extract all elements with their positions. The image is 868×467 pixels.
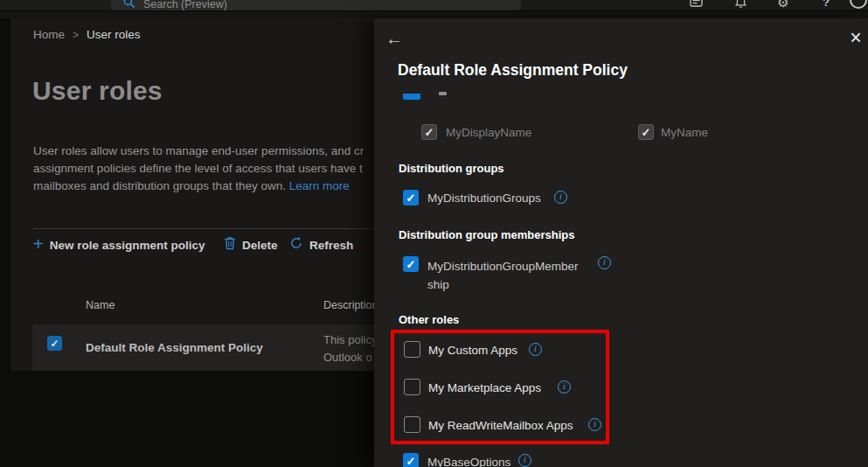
trash-icon [224,236,236,254]
refresh-icon [289,236,303,254]
search-input[interactable]: Search (Preview) [111,0,521,10]
close-icon[interactable] [844,27,867,50]
section-heading-other-roles: Other roles [399,313,459,326]
info-icon[interactable] [588,418,601,431]
my-readwritemailbox-apps-checkbox[interactable] [404,416,420,433]
column-header-name: Name [86,299,115,311]
breadcrumb-home-link[interactable]: Home [33,28,65,41]
myname-checkbox[interactable] [638,124,654,140]
my-readwritemailbox-apps-label[interactable]: My ReadWriteMailbox Apps [428,419,573,432]
settings-gear-icon[interactable]: ⚙ [775,0,791,10]
toolbar-divider [33,228,374,229]
my-marketplace-apps-checkbox[interactable] [404,379,420,395]
delete-button[interactable]: Delete [224,235,278,254]
description-line: assignment policies define the level of … [33,160,374,178]
flyout-title: Default Role Assignment Policy [398,61,628,80]
mydistributiongroupmembership-label[interactable]: MyDistributionGroupMembership [427,257,579,294]
my-custom-apps-label[interactable]: My Custom Apps [428,344,517,357]
myname-label[interactable]: MyName [661,126,708,139]
breadcrumb-separator: > [73,29,79,41]
my-marketplace-apps-label[interactable]: My Marketplace Apps [428,381,541,394]
back-arrow-button[interactable] [383,27,406,50]
description-line: mailboxes and distribution groups that t… [33,178,374,195]
feedback-icon[interactable] [688,0,704,10]
mydisplayname-label[interactable]: MyDisplayName [446,126,531,139]
mybaseoptions-checkbox[interactable] [403,453,419,467]
info-icon[interactable] [558,380,571,394]
mydistributiongroups-label[interactable]: MyDistributionGroups [427,192,541,205]
role-assignment-policy-flyout: Default Role Assignment Policy MyDisplay… [374,18,868,467]
breadcrumb-current: User roles [87,28,141,41]
mydisplayname-checkbox[interactable] [421,124,437,140]
description-line: User roles allow users to manage end-use… [33,143,374,160]
learn-more-link[interactable]: Learn more [289,179,350,192]
row-checkbox[interactable] [47,336,62,351]
help-icon[interactable]: ? [818,0,834,10]
page-title: User roles [32,76,163,106]
page-description: User roles allow users to manage end-use… [33,143,374,195]
section-heading-distribution-group-memberships: Distribution group memberships [399,228,575,241]
info-icon[interactable] [518,454,531,467]
refresh-button[interactable]: Refresh [289,235,353,254]
column-header-description: Description [323,299,378,311]
account-avatar[interactable] [850,0,867,9]
mydistributiongroupmembership-checkbox[interactable] [403,256,419,272]
table-row[interactable]: Default Role Assignment Policy This poli… [32,324,376,371]
section-heading-distribution-groups: Distribution groups [399,162,504,175]
exchange-admin-screen: Search (Preview) ⚙ ? Home > [0,0,868,467]
search-icon [123,0,135,11]
my-custom-apps-checkbox[interactable] [404,341,420,358]
info-icon[interactable] [529,343,542,356]
search-placeholder: Search (Preview) [143,0,227,10]
row-name[interactable]: Default Role Assignment Policy [86,341,263,354]
new-role-assignment-policy-button[interactable]: + New role assignment policy [33,235,205,254]
mydistributiongroups-checkbox[interactable] [403,190,419,206]
clipped-checkbox-row-text [439,92,447,95]
plus-icon: + [33,236,44,252]
breadcrumb: Home > User roles [33,28,141,41]
info-icon[interactable] [554,191,567,204]
mybaseoptions-label[interactable]: MyBaseOptions [427,456,510,467]
info-icon[interactable] [598,256,611,269]
clipped-checkbox-row [403,94,420,100]
notifications-bell-icon[interactable] [733,0,748,10]
top-bar: Search (Preview) ⚙ ? [0,0,868,11]
row-description: This policy Outlook o [323,331,377,366]
